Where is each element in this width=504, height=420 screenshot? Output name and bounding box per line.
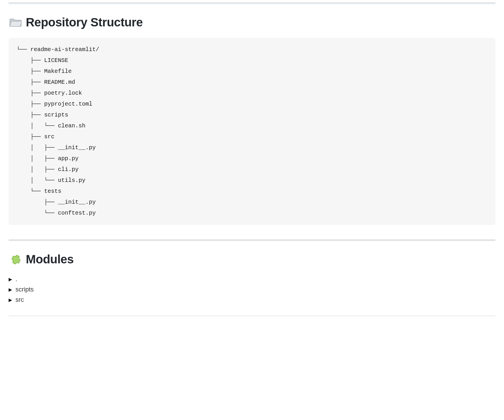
module-item[interactable]: ▶ . [9,275,495,283]
modules-list: ▶ . ▶ scripts ▶ src [9,275,495,304]
module-item[interactable]: ▶ scripts [9,285,495,294]
repo-structure-heading: Repository Structure [9,15,495,29]
module-label: src [15,296,24,304]
disclosure-triangle-icon: ▶ [9,277,14,282]
repo-structure-title: Repository Structure [26,15,143,29]
disclosure-triangle-icon: ▶ [9,297,14,303]
section-divider [9,2,495,4]
section-divider [9,316,495,316]
module-label: scripts [15,286,34,293]
modules-title: Modules [26,252,74,266]
repo-tree-block: └── readme-ai-streamlit/ ├── LICENSE ├──… [9,38,495,225]
module-label: . [15,275,17,283]
module-item[interactable]: ▶ src [9,295,495,304]
puzzle-piece-icon [9,252,22,266]
disclosure-triangle-icon: ▶ [9,287,14,292]
modules-heading: Modules [9,252,495,266]
folder-open-icon [9,15,22,29]
section-divider [9,239,495,241]
